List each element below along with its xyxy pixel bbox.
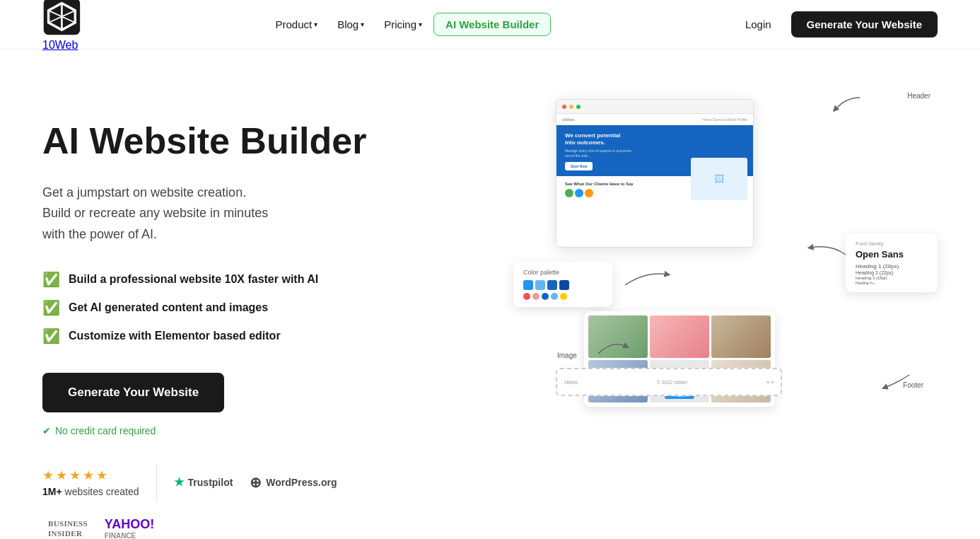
star-2: ★ bbox=[56, 468, 67, 483]
browser-dot-yellow bbox=[569, 105, 573, 109]
blog-chevron-icon: ▾ bbox=[361, 21, 364, 28]
star-5: ★ bbox=[96, 468, 107, 483]
mockup-hero-image: 🖼 bbox=[691, 158, 747, 200]
footer-brand: zibber. bbox=[564, 380, 579, 385]
browser-dot-green bbox=[576, 105, 581, 109]
wordpress-logo: ⊕ WordPress.org bbox=[250, 474, 337, 491]
bullet-2: ✅ Get AI generated content and images bbox=[42, 299, 438, 316]
palette-dot-4 bbox=[551, 293, 558, 300]
nav-product[interactable]: Product ▾ bbox=[267, 14, 326, 35]
palette-color-3 bbox=[547, 280, 557, 290]
footer-copyright: © 2022 zibber. bbox=[657, 380, 689, 385]
palette-label: Color palette bbox=[523, 269, 602, 276]
font-name: Open Sans bbox=[856, 249, 928, 260]
hero-right: zibber. Home Services About Profile We c… bbox=[499, 92, 938, 396]
star-3: ★ bbox=[69, 468, 81, 483]
palette-colors bbox=[523, 280, 602, 290]
palette-dots bbox=[523, 293, 602, 300]
font-sizes: Heading 1 (28px) Heading 2 (22px) Headin… bbox=[856, 263, 928, 285]
websites-count: 1M+ websites created bbox=[42, 486, 139, 497]
check-icon-1: ✅ bbox=[42, 271, 60, 288]
color-palette-card: Color palette bbox=[513, 262, 612, 307]
logo-icon bbox=[42, 0, 81, 36]
footer-icons: ≡ ≡ bbox=[766, 380, 774, 385]
trustpilot-logo: ★ Trustpilot bbox=[174, 475, 233, 489]
palette-color-4 bbox=[559, 280, 569, 290]
no-credit-check-icon: ✔ bbox=[42, 425, 51, 436]
star-4: ★ bbox=[83, 468, 94, 483]
header-annotation: Header bbox=[907, 92, 931, 100]
font-size-4: Heading 4+... bbox=[856, 281, 928, 285]
browser-dot-red bbox=[562, 105, 566, 109]
wordpress-icon: ⊕ bbox=[250, 474, 262, 491]
palette-dot-5 bbox=[560, 293, 567, 300]
img-cell-2 bbox=[650, 315, 709, 358]
palette-dot-1 bbox=[523, 293, 530, 300]
trustpilot-icon: ★ bbox=[174, 475, 184, 489]
palette-dot-3 bbox=[542, 293, 549, 300]
generate-website-nav-button[interactable]: Generate Your Website bbox=[791, 11, 938, 37]
header-arrow bbox=[810, 92, 867, 120]
social-proof: ★ ★ ★ ★ ★ 1M+ websites created ★ Trustpi… bbox=[42, 465, 438, 539]
stars-block: ★ ★ ★ ★ ★ 1M+ websites created bbox=[42, 468, 139, 497]
font-card: Font-family Open Sans Heading 1 (28px) H… bbox=[846, 233, 938, 292]
generate-website-hero-button[interactable]: Generate Your Website bbox=[42, 373, 224, 412]
bullet-1: ✅ Build a professional website 10X faste… bbox=[42, 271, 438, 288]
star-1: ★ bbox=[42, 468, 54, 483]
illustration-wrapper: zibber. Home Services About Profile We c… bbox=[499, 92, 938, 396]
palette-color-2 bbox=[535, 280, 545, 290]
business-insider-logo: BUSINESSINSIDER bbox=[48, 518, 88, 539]
nav-links: Product ▾ Blog ▾ Pricing ▾ AI Website Bu… bbox=[267, 13, 551, 36]
mockup-nav: zibber. Home Services About Profile bbox=[556, 114, 753, 125]
browser-bar bbox=[556, 100, 753, 114]
mockup-start-now: Start Now bbox=[565, 162, 593, 170]
product-chevron-icon: ▾ bbox=[314, 21, 317, 28]
hero-section: AI Website Builder Get a jumpstart on we… bbox=[0, 50, 980, 539]
img-cell-3 bbox=[711, 315, 771, 358]
nav-ai-builder[interactable]: AI Website Builder bbox=[433, 13, 551, 36]
pricing-chevron-icon: ▾ bbox=[419, 21, 422, 28]
font-family-label: Font-family bbox=[856, 240, 928, 247]
hero-title: AI Website Builder bbox=[42, 120, 438, 163]
font-size-3: Heading 3 (18pt) bbox=[856, 276, 928, 280]
hero-left: AI Website Builder Get a jumpstart on we… bbox=[42, 106, 438, 539]
font-size-1: Heading 1 (28px) bbox=[856, 263, 928, 270]
bullet-3: ✅ Customize with Elementor based editor bbox=[42, 328, 438, 344]
check-icon-2: ✅ bbox=[42, 299, 60, 316]
nav-blog[interactable]: Blog ▾ bbox=[329, 14, 373, 35]
trust-logos: ★ Trustpilot ⊕ WordPress.org bbox=[174, 474, 337, 491]
star-rating: ★ ★ ★ ★ ★ bbox=[42, 468, 139, 483]
hero-subtitle: Get a jumpstart on website creation. Bui… bbox=[42, 182, 438, 245]
divider bbox=[156, 465, 157, 500]
font-size-2: Heading 2 (22px) bbox=[856, 270, 928, 275]
nav-pricing[interactable]: Pricing ▾ bbox=[375, 14, 431, 35]
hero-bullets: ✅ Build a professional website 10X faste… bbox=[42, 271, 438, 344]
logo[interactable]: 10Web bbox=[42, 0, 81, 52]
media-logos: BUSINESSINSIDER YAHOO! FINANCE bbox=[48, 517, 154, 539]
logo-text: 10Web bbox=[42, 39, 78, 51]
palette-arrow bbox=[618, 264, 675, 292]
palette-dot-2 bbox=[532, 293, 539, 300]
avatar-2 bbox=[575, 189, 583, 197]
check-icon-3: ✅ bbox=[42, 328, 60, 344]
image-annotation: Image bbox=[557, 352, 577, 359]
footer-card: zibber. © 2022 zibber. ≡ ≡ bbox=[556, 368, 782, 396]
login-button[interactable]: Login bbox=[737, 14, 780, 35]
navbar: 10Web Product ▾ Blog ▾ Pricing ▾ AI Webs… bbox=[0, 0, 980, 50]
font-arrow bbox=[796, 233, 853, 262]
no-credit-label: ✔ No credit card required bbox=[42, 425, 438, 436]
avatar-3 bbox=[585, 189, 593, 197]
yahoo-finance-logo: YAHOO! FINANCE bbox=[105, 517, 154, 539]
nav-right: Login Generate Your Website bbox=[737, 11, 938, 37]
img-cell-1 bbox=[588, 315, 648, 358]
palette-color-1 bbox=[523, 280, 533, 290]
footer-annotation: Footer bbox=[903, 381, 923, 389]
avatar-1 bbox=[565, 189, 573, 197]
mockup-browser: zibber. Home Services About Profile We c… bbox=[556, 99, 754, 248]
image-placeholder-icon: 🖼 bbox=[714, 173, 724, 185]
